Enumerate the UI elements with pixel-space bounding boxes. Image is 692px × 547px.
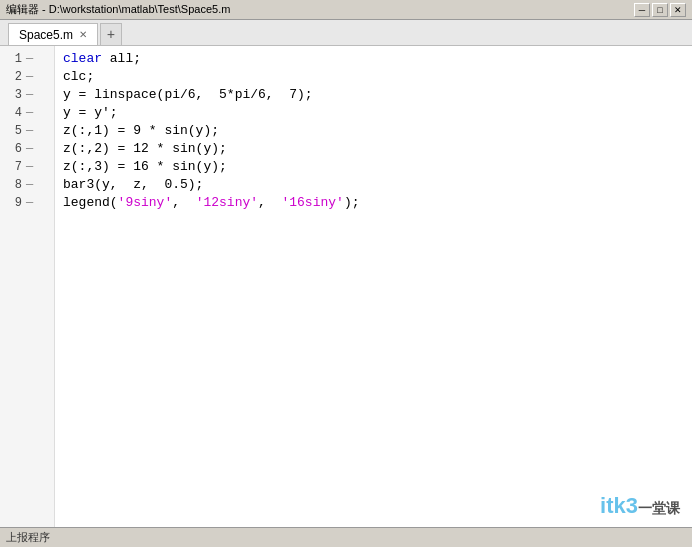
- code-line: z(:,3) = 16 * sin(y);: [63, 158, 684, 176]
- editor-area: 1—2—3—4—5—6—7—8—9— clear all;clc;y = lin…: [0, 46, 692, 527]
- line-dash: —: [26, 52, 33, 66]
- line-dash: —: [26, 160, 33, 174]
- code-line: z(:,1) = 9 * sin(y);: [63, 122, 684, 140]
- minimize-button[interactable]: ─: [634, 3, 650, 17]
- tab-bar: Space5.m ✕ +: [0, 20, 692, 46]
- line-num: 5: [4, 124, 22, 138]
- code-line: y = linspace(pi/6, 5*pi/6, 7);: [63, 86, 684, 104]
- code-line: clc;: [63, 68, 684, 86]
- tab-label: Space5.m: [19, 28, 73, 42]
- maximize-button[interactable]: □: [652, 3, 668, 17]
- line-dash: —: [26, 70, 33, 84]
- code-line: legend('9siny', '12siny', '16siny');: [63, 194, 684, 212]
- line-number-row: 3—: [0, 86, 54, 104]
- line-numbers: 1—2—3—4—5—6—7—8—9—: [0, 46, 55, 527]
- tab-space5[interactable]: Space5.m ✕: [8, 23, 98, 45]
- tab-close-icon[interactable]: ✕: [79, 29, 87, 40]
- title-bar-text: 编辑器 - D:\workstation\matlab\Test\Space5.…: [6, 2, 634, 17]
- line-number-row: 6—: [0, 140, 54, 158]
- line-number-row: 1—: [0, 50, 54, 68]
- line-number-row: 9—: [0, 194, 54, 212]
- line-num: 7: [4, 160, 22, 174]
- line-num: 9: [4, 196, 22, 210]
- code-line: z(:,2) = 12 * sin(y);: [63, 140, 684, 158]
- line-num: 6: [4, 142, 22, 156]
- line-number-row: 2—: [0, 68, 54, 86]
- code-line: bar3(y, z, 0.5);: [63, 176, 684, 194]
- code-line: clear all;: [63, 50, 684, 68]
- title-bar: 编辑器 - D:\workstation\matlab\Test\Space5.…: [0, 0, 692, 20]
- line-number-row: 5—: [0, 122, 54, 140]
- line-dash: —: [26, 196, 33, 210]
- line-dash: —: [26, 178, 33, 192]
- line-num: 4: [4, 106, 22, 120]
- line-dash: —: [26, 88, 33, 102]
- tab-add-button[interactable]: +: [100, 23, 122, 45]
- status-bar: 上报程序: [0, 527, 692, 547]
- status-text: 上报程序: [6, 530, 50, 545]
- line-number-row: 7—: [0, 158, 54, 176]
- line-num: 8: [4, 178, 22, 192]
- line-number-row: 4—: [0, 104, 54, 122]
- line-num: 3: [4, 88, 22, 102]
- code-line: y = y';: [63, 104, 684, 122]
- line-number-row: 8—: [0, 176, 54, 194]
- code-content[interactable]: clear all;clc;y = linspace(pi/6, 5*pi/6,…: [55, 46, 692, 527]
- close-button[interactable]: ✕: [670, 3, 686, 17]
- line-num: 1: [4, 52, 22, 66]
- line-dash: —: [26, 124, 33, 138]
- line-dash: —: [26, 106, 33, 120]
- line-dash: —: [26, 142, 33, 156]
- line-num: 2: [4, 70, 22, 84]
